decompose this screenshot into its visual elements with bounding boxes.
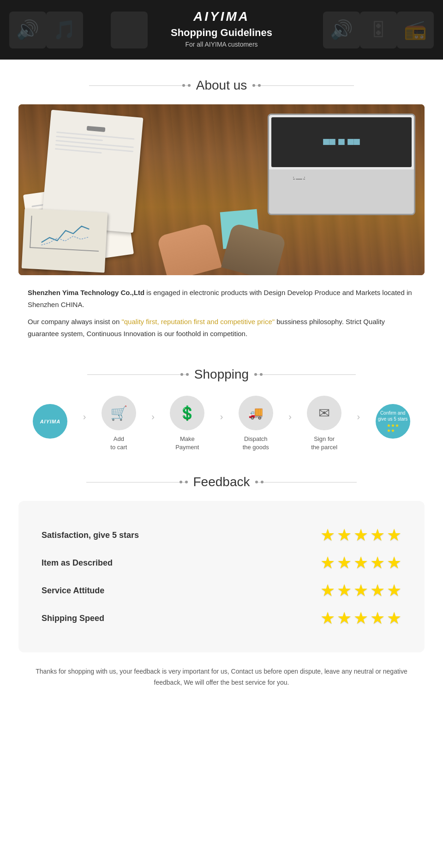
sign-icon: ✉ [318,405,330,421]
feedback-label-satisfaction: Satisfaction, give 5 stars [42,530,139,540]
sign-icon-wrap: ✉ [307,396,341,430]
feedback-section-title: Feedback [193,475,250,489]
shopping-title-line-left [87,374,189,375]
hand-left [156,223,222,275]
title-line-left [89,85,191,86]
star-4: ★ [370,609,385,628]
flow-label-cart: Addto cart [110,435,127,452]
dispatch-icon-wrap: 🚚 [239,396,273,430]
aiyima-logo-text: AIYIMA [40,419,61,424]
star-1: ★ [320,581,335,600]
title-line-right [252,85,354,86]
feedback-title-line-right [255,482,357,482]
doc-line [56,132,135,140]
star-4: ★ [370,553,385,573]
feedback-row-service: Service Attitude ★ ★ ★ ★ ★ [42,581,401,600]
aiyima-logo-circle: AIYIMA [33,404,67,439]
star-5: ★ [387,581,401,600]
star-3: ★ [353,525,368,545]
stars-service: ★ ★ ★ ★ ★ [320,581,401,600]
feedback-row-described: Item as Described ★ ★ ★ ★ ★ [42,553,401,573]
flow-label-sign: Sign forthe parcel [311,435,337,452]
shopping-flow: AIYIMA › 🛒 Addto cart › 💲 MakePayment › … [18,396,425,452]
feedback-title-line-left [86,482,188,482]
flow-label-dispatch: Dispatchthe goods [243,435,269,452]
flow-step-dispatch: 🚚 Dispatchthe goods [224,396,287,452]
star-2: ★ [337,553,352,573]
confirm-text: Confirm andgive us 5 stars [378,410,407,422]
payment-icon-wrap: 💲 [170,396,204,430]
feedback-card: Satisfaction, give 5 stars ★ ★ ★ ★ ★ Ite… [18,501,425,652]
about-image: ████ ██ ████ // Generate keys inline [18,104,425,275]
about-section-title: About us [196,78,247,93]
footer-text: Thanks for shopping with us, your feedba… [28,666,415,688]
company-description: Shenzhen Yima Technology Co.,Ltd is enga… [28,287,415,310]
star-3: ★ [353,609,368,628]
arrow-5: › [357,411,360,436]
flow-label-payment: MakePayment [175,435,199,452]
hands-area [152,192,291,275]
header-content: AIYIMA Shopping Guidelines For all AIYIM… [0,9,443,48]
flow-step-confirm: Confirm andgive us 5 stars ★★★★★ [361,404,425,443]
confirm-stars: ★★★★★ [387,423,399,433]
arrow-4: › [288,411,292,436]
star-4: ★ [370,581,385,600]
feedback-label-shipping: Shipping Speed [42,614,104,623]
company-name: Shenzhen Yima Technology Co.,Ltd [28,289,144,296]
feedback-label-described: Item as Described [42,558,113,568]
shopping-section-title: Shopping [194,367,249,382]
philosophy-intro: Our company always insist on [28,318,121,326]
feedback-label-service: Service Attitude [42,586,104,596]
star-1: ★ [320,525,335,545]
hand-right [221,223,287,275]
philosophy-paragraph: Our company always insist on "quality fi… [28,316,415,339]
header-title: Shopping Guidelines [0,27,443,39]
payment-icon: 💲 [179,405,196,421]
doc-line [55,140,134,148]
stars-described: ★ ★ ★ ★ ★ [320,553,401,573]
brand-name: AIYIMA [0,9,443,24]
flow-step-cart: 🛒 Addto cart [87,396,150,452]
star-2: ★ [337,609,352,628]
star-2: ★ [337,525,352,545]
star-5: ★ [387,525,401,545]
cart-icon: 🛒 [110,405,127,421]
about-text: Shenzhen Yima Technology Co.,Ltd is enga… [28,287,415,339]
arrow-2: › [151,411,155,436]
philosophy-highlight: "quality first, reputation first and com… [121,318,275,326]
stars-shipping: ★ ★ ★ ★ ★ [320,609,401,628]
star-3: ★ [353,553,368,573]
header-subtitle: For all AIYIMA customers [0,41,443,48]
star-1: ★ [320,609,335,628]
star-4: ★ [370,525,385,545]
stars-satisfaction: ★ ★ ★ ★ ★ [320,525,401,545]
doc-line [55,148,102,154]
header: 🔊 🎵 🔊 🎛 📻 AIYIMA Shopping Guidelines For… [0,0,443,60]
flow-step-payment: 💲 MakePayment [156,396,219,452]
star-1: ★ [320,553,335,573]
flow-step-sign: ✉ Sign forthe parcel [293,396,356,452]
star-2: ★ [337,581,352,600]
feedback-row-shipping: Shipping Speed ★ ★ ★ ★ ★ [42,609,401,628]
arrow-3: › [220,411,223,436]
star-5: ★ [387,609,401,628]
shopping-section-title-wrap: Shopping [0,367,443,382]
chart-paper [22,208,108,272]
star-3: ★ [353,581,368,600]
star-5: ★ [387,553,401,573]
feedback-section-title-wrap: Feedback [0,475,443,489]
flow-step-aiyima: AIYIMA [18,404,82,443]
confirm-circle: Confirm andgive us 5 stars ★★★★★ [376,404,410,439]
feedback-row-satisfaction: Satisfaction, give 5 stars ★ ★ ★ ★ ★ [42,525,401,545]
shopping-title-line-right [254,374,356,375]
arrow-1: › [83,411,86,436]
cart-icon-wrap: 🛒 [102,396,136,430]
dispatch-icon: 🚚 [248,406,263,420]
handshake-visual: ████ ██ ████ // Generate keys inline [18,104,425,275]
about-section-title-wrap: About us [0,78,443,93]
